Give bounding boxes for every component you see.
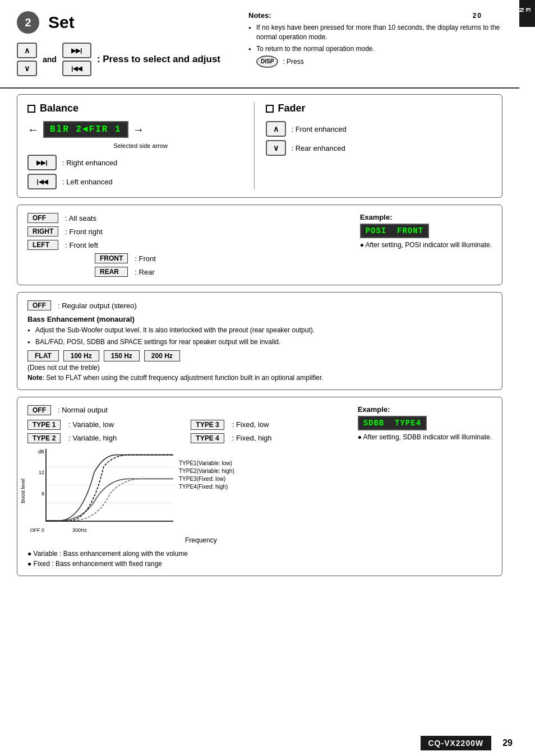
balance-checkbox — [27, 105, 35, 113]
sidebar-tab: ENGLISH 20 — [519, 0, 535, 27]
balance-section: Balance ← BlR 2◄FIR 1 → Selected side ar… — [27, 103, 254, 189]
fader-rear-label: : Rear enhanced — [292, 144, 345, 152]
y-label-8: 8 — [27, 491, 44, 497]
balance-title: Balance — [27, 103, 254, 114]
main-content: Balance ← BlR 2◄FIR 1 → Selected side ar… — [0, 89, 519, 594]
sidebar-language: ENGLISH — [485, 8, 532, 15]
graph-area — [45, 449, 173, 522]
posi-off-desc: : All seats — [65, 214, 343, 222]
posi-after-note: ● After setting, POSI indicator will ill… — [360, 240, 492, 250]
fader-controls: ∧ : Front enhanced ∨ : Rear enhanced — [266, 121, 492, 156]
posi-right-btn[interactable]: RIGHT — [27, 226, 58, 236]
sdbb-type3-desc: : Fixed, low — [232, 420, 347, 429]
frequency-label: Frequency — [56, 536, 347, 544]
bass-flat-btn[interactable]: FLAT — [27, 350, 59, 361]
fader-section: Fader ∧ : Front enhanced ∨ : Rear enhanc… — [254, 103, 492, 189]
bass-notes: Adjust the Sub-Woofer output level. It i… — [27, 326, 492, 347]
sdbb-inner: OFF : Normal output TYPE 1 : Variable, l… — [27, 405, 492, 568]
sdbb-box: OFF : Normal output TYPE 1 : Variable, l… — [17, 397, 502, 576]
fader-down-btn[interactable]: ∨ — [266, 140, 286, 156]
balance-left-row: |◀◀ : Left enhanced — [27, 174, 254, 189]
posi-front-btn[interactable]: FRONT — [95, 253, 128, 263]
press-instruction: : Press to select and adjust — [97, 54, 220, 65]
forward-button[interactable]: ▶▶| — [62, 43, 91, 58]
sdbb-type4-desc: : Fixed, high — [232, 434, 347, 442]
up-button[interactable]: ∧ — [17, 43, 37, 58]
treble-note: (Does not cut the treble) — [27, 364, 492, 372]
posi-rear-desc: : Rear — [135, 268, 343, 276]
bass-title: Bass Enhancement (monaural) — [27, 315, 492, 323]
balance-right-label: : Right enhanced — [62, 159, 117, 167]
arrow-right-icon: → — [133, 123, 144, 136]
sdbb-bottom-notes: ● Variable : Bass enhancement along with… — [27, 550, 347, 568]
balance-fader-row: Balance ← BlR 2◄FIR 1 → Selected side ar… — [27, 103, 492, 189]
posi-example-display: POSI FRONT — [360, 224, 429, 238]
y-label-db: dB — [27, 449, 44, 454]
posi-example-title: Example: — [360, 213, 492, 221]
sdbb-left: OFF : Normal output TYPE 1 : Variable, l… — [27, 405, 347, 568]
bass-150hz-btn[interactable]: 150 Hz — [104, 350, 140, 361]
disp-press-text: : Press — [283, 57, 303, 67]
controls-area: ∧ ∨ and ▶▶| |◀◀ : Press to select and ad… — [17, 43, 220, 76]
bass-note-text: Note: Set to FLAT when using the cutoff … — [27, 374, 492, 382]
bass-note-1: Adjust the Sub-Woofer output level. It i… — [27, 326, 492, 335]
sdbb-fixed-note: ● Fixed : Bass enhancement with fixed ra… — [27, 560, 347, 568]
posi-right: Example: POSI FRONT ● After setting, POS… — [360, 213, 492, 277]
bass-off-btn[interactable]: OFF — [27, 300, 51, 310]
y-label-12: 12 — [27, 470, 44, 475]
balance-display: BlR 2◄FIR 1 — [43, 121, 128, 138]
sdbb-type1-btn[interactable]: TYPE 1 — [27, 420, 61, 430]
sdbb-type1-desc: : Variable, low — [68, 420, 183, 429]
fader-rear-row: ∨ : Rear enhanced — [266, 140, 492, 156]
step-header: 2 Set — [17, 11, 220, 34]
graph-y-labels: dB 12 8 OFF 0 — [27, 449, 44, 533]
bass-100hz-btn[interactable]: 100 Hz — [63, 350, 99, 361]
posi-front-desc: : Front — [135, 254, 343, 263]
sdbb-type4-btn[interactable]: TYPE 4 — [191, 433, 224, 443]
top-section: 2 Set ∧ ∨ and ▶▶| |◀◀ : Press to select … — [0, 0, 519, 89]
note-item-1: If no keys have been pressed for more th… — [248, 23, 502, 42]
back-button[interactable]: |◀◀ — [62, 61, 91, 76]
balance-controls: ▶▶| : Right enhanced |◀◀ : Left enhanced — [27, 155, 254, 189]
page-number: 29 — [502, 738, 513, 748]
note-item-2: To return to the normal operation mode. … — [248, 44, 502, 68]
sdbb-off-btn[interactable]: OFF — [27, 405, 51, 415]
sidebar-page: 20 — [471, 10, 485, 21]
sdbb-right: Example: SDBB TYPE4 ● After setting, SDB… — [358, 405, 492, 568]
posi-right-desc: : Front right — [65, 228, 343, 236]
and-label: and — [43, 55, 57, 64]
graph-y-axis-label: Boost level — [20, 479, 26, 503]
posi-box: OFF : All seats RIGHT : Front right LEFT… — [17, 205, 502, 285]
sdbb-off-desc: : Normal output — [58, 406, 108, 414]
legend-type1: TYPE1(Variable: low) — [179, 460, 234, 466]
posi-off-btn[interactable]: OFF — [27, 213, 58, 223]
selected-side-text: Selected side arrow — [27, 142, 254, 149]
legend-type3: TYPE3(Fixed: low) — [179, 476, 234, 482]
fader-up-btn[interactable]: ∧ — [266, 121, 286, 137]
sdbb-type2-btn[interactable]: TYPE 2 — [27, 433, 61, 443]
balance-left-btn[interactable]: |◀◀ — [27, 174, 57, 189]
bass-note-2: BAL/FAD, POSI, SDBB and SPACE settings f… — [27, 337, 492, 347]
note-bold: Note — [27, 374, 43, 382]
graph-container: dB 12 8 OFF 0 Boost level — [27, 449, 173, 533]
balance-right-btn[interactable]: ▶▶| — [27, 155, 57, 170]
model-badge: CQ-VX2200W — [421, 736, 492, 750]
sdbb-type3-btn[interactable]: TYPE 3 — [191, 420, 224, 430]
notes-section: Notes: If no keys have been pressed for … — [248, 11, 502, 70]
posi-left-desc: : Front left — [65, 241, 343, 249]
bass-200hz-btn[interactable]: 200 Hz — [144, 350, 180, 361]
graph-x-hz-label: 300Hz — [72, 527, 87, 533]
posi-rear-btn[interactable]: REAR — [95, 267, 128, 277]
legend-type4: TYPE4(Fixed: high) — [179, 484, 234, 490]
down-button[interactable]: ∨ — [17, 61, 37, 76]
sdbb-variable-note: ● Variable : Bass enhancement along with… — [27, 550, 347, 558]
step-title: Set — [48, 13, 75, 32]
fader-front-label: : Front enhanced — [292, 125, 347, 133]
disp-button: DISP — [256, 55, 278, 68]
sdbb-example-display: SDBB TYPE4 — [358, 416, 427, 430]
posi-left-btn[interactable]: LEFT — [27, 240, 58, 250]
fader-title: Fader — [266, 103, 492, 114]
posi-section-inner: OFF : All seats RIGHT : Front right LEFT… — [27, 213, 492, 277]
bass-off-desc: : Regular output (stereo) — [58, 302, 137, 310]
page-footer: CQ-VX2200W 29 — [421, 736, 513, 750]
